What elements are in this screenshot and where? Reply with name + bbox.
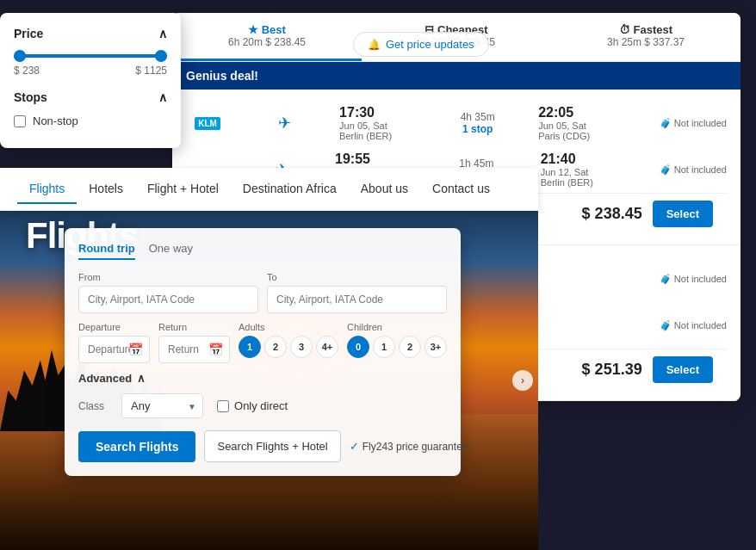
children-btn-1[interactable]: 1 [373,336,395,358]
advanced-toggle[interactable]: Advanced ∧ [78,372,447,385]
class-select-wrap: Any Economy Business First ▼ [121,393,203,418]
return-group: Return 📅 [158,322,230,363]
departure-group: Departure 📅 [78,322,150,363]
filter-panel: Price ∧ $ 238 $ 1125 Stops ∧ Non-stop [0,13,181,148]
calendar-icon-return: 📅 [208,343,223,356]
children-label: Children [347,322,447,332]
children-btn-3plus[interactable]: 3+ [424,336,447,358]
main-navbar: Flights Hotels Flight + Hotel Destinatio… [0,168,538,211]
to-group: To [267,272,447,313]
dates-pax-row: Departure 📅 Return 📅 Adults 1 2 3 4+ [78,322,447,363]
luggage-info-1: 🧳 Not included [660,118,727,129]
depart-info-1: 17:30 Jun 05, Sat Berlin (BER) [339,105,417,141]
plane-icon-1: ✈ [278,114,291,133]
non-stop-checkbox[interactable]: Non-stop [14,114,167,127]
adults-buttons: 1 2 3 4+ [239,336,338,358]
price-filter-title[interactable]: Price ∧ [14,27,167,40]
flight-row-outbound-1: KLM ✈ 17:30 Jun 05, Sat Berlin (BER) 4h … [186,100,727,146]
nav-item-flight-hotel[interactable]: Flight + Hotel [135,175,231,204]
from-label: From [78,272,258,282]
sort-tab-best[interactable]: ★ Best 6h 20m $ 238.45 [172,13,362,61]
to-label: To [267,272,447,282]
children-buttons: 0 1 2 3+ [347,336,447,358]
children-btn-2[interactable]: 2 [399,336,421,358]
to-input[interactable] [267,286,447,313]
nav-item-contact[interactable]: Contact us [420,175,502,204]
action-row: Search Flights Search Flights + Hotel ✓ … [78,430,447,462]
arrive-return-1: 21:40 Jun 12, Sat Berlin (BER) [541,151,618,188]
stops-filter-title[interactable]: Stops ∧ [14,90,167,104]
sort-tab-fastest[interactable]: ⏱ Fastest 3h 25m $ 337.37 [551,13,741,61]
trip-type-tabs: Round trip One way [78,242,447,260]
price-value-2: $ 251.39 [582,361,642,379]
return-input-wrap: 📅 [158,336,230,363]
class-select[interactable]: Any Economy Business First [121,393,203,418]
class-row: Class Any Economy Business First ▼ Only … [78,393,447,418]
nav-item-hotels[interactable]: Hotels [77,175,135,204]
adults-btn-2[interactable]: 2 [264,336,287,358]
children-group: Children 0 1 2 3+ [347,322,447,363]
airline-logo-klm: KLM [186,119,229,128]
adults-label: Adults [239,322,338,332]
return-label: Return [158,322,230,332]
bell-icon: 🔔 [368,39,381,51]
children-btn-0[interactable]: 0 [347,336,369,358]
arrive-info-1: 22:05 Jun 05, Sat Paris (CDG) [538,105,616,141]
checkmark-icon: ✓ [350,440,359,453]
search-flights-button[interactable]: Search Flights [78,431,195,462]
non-stop-input[interactable] [14,115,26,127]
hero-next-button[interactable]: › [512,370,533,391]
only-direct-label[interactable]: Only direct [217,399,288,412]
departure-label: Departure [78,322,150,332]
slider-thumb-max[interactable] [155,50,167,62]
adults-group: Adults 1 2 3 4+ [239,322,338,363]
stops-filter: Non-stop [14,114,167,127]
price-min-label: $ 238 [14,65,40,77]
nav-item-about[interactable]: About us [349,175,420,204]
only-direct-checkbox[interactable] [217,400,229,412]
calendar-icon-departure: 📅 [128,343,143,356]
price-update-button[interactable]: 🔔 Get price updates [353,32,489,57]
search-form: Round trip One way From To Departure 📅 R… [65,228,461,476]
nav-item-destination[interactable]: Destination Africa [231,175,349,204]
departure-input-wrap: 📅 [78,336,150,363]
guarantee-badge: ✓ Fly243 price guarantee [350,440,468,453]
luggage-return-1: 🧳 Not included [660,164,727,176]
slider-thumb-min[interactable] [14,50,26,62]
select-button-1[interactable]: Select [653,201,713,227]
from-input[interactable] [78,286,258,313]
trip-tab-oneway[interactable]: One way [149,242,193,260]
price-range-filter: $ 238 $ 1125 [14,54,167,77]
price-value-1: $ 238.45 [582,205,642,223]
adults-btn-3[interactable]: 3 [290,336,313,358]
search-flights-hotel-button[interactable]: Search Flights + Hotel [204,430,340,462]
luggage-2b: 🧳 Not included [660,320,727,331]
nav-item-flights[interactable]: Flights [17,175,77,204]
price-slider[interactable] [14,54,167,58]
price-max-label: $ 1125 [135,65,167,77]
luggage-2a: 🧳 Not included [660,274,727,285]
duration-1: 4h 35m 1 stop [461,111,495,135]
from-to-row: From To [78,272,447,313]
trip-tab-roundtrip[interactable]: Round trip [78,242,135,260]
select-button-2[interactable]: Select [653,356,713,383]
adults-btn-4plus[interactable]: 4+ [316,336,338,358]
class-label: Class [78,400,104,412]
nav-items: Flights Hotels Flight + Hotel Destinatio… [17,175,502,204]
adults-btn-1[interactable]: 1 [239,336,261,358]
genius-banner: Genius deal! [172,62,741,90]
from-group: From [78,272,258,313]
